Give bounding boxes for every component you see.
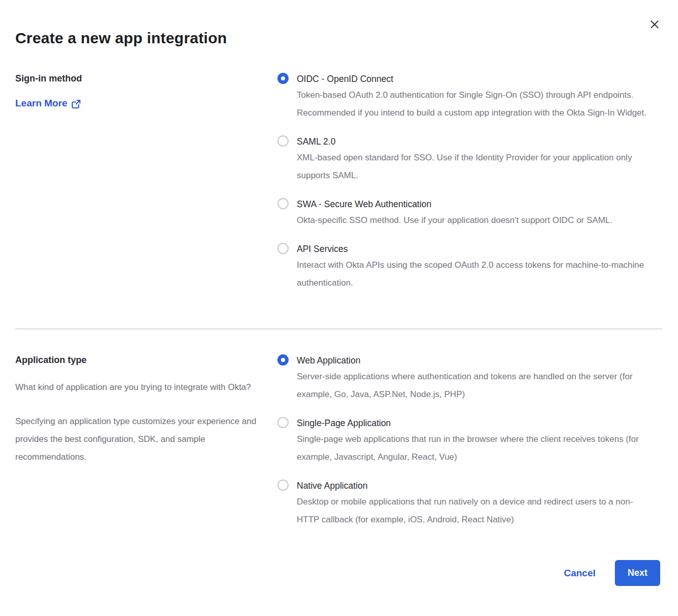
page-title: Create a new app integration bbox=[15, 30, 663, 47]
radio-option[interactable]: SWA - Secure Web Authentication Okta-spe… bbox=[277, 198, 654, 229]
radio-option-description: XML-based open standard for SSO. Use if … bbox=[297, 149, 654, 184]
next-button[interactable]: Next bbox=[615, 560, 660, 586]
radio-option-label: API Services bbox=[297, 242, 654, 256]
radio-option[interactable]: OIDC - OpenID Connect Token-based OAuth … bbox=[277, 72, 654, 122]
dialog-footer: Cancel Next bbox=[15, 560, 663, 586]
cancel-button[interactable]: Cancel bbox=[564, 568, 596, 579]
radio-option-description: Desktop or mobile applications that run … bbox=[297, 493, 654, 528]
create-app-integration-dialog: Create a new app integration Sign-in met… bbox=[0, 0, 678, 616]
radio-option[interactable]: Web Application Server-side applications… bbox=[277, 354, 654, 403]
radio-option-label: Native Application bbox=[297, 479, 654, 492]
close-icon[interactable] bbox=[647, 17, 662, 32]
radio-button[interactable] bbox=[277, 73, 289, 84]
radio-button[interactable] bbox=[277, 135, 289, 147]
radio-option-description: Okta-specific SSO method. Use if your ap… bbox=[297, 211, 654, 229]
application-type-options: Web Application Server-side applications… bbox=[277, 354, 654, 528]
radio-option[interactable]: API Services Interact with Okta APIs usi… bbox=[277, 242, 654, 292]
external-link-icon bbox=[71, 98, 81, 109]
application-type-help-text: Specifying an application type customize… bbox=[15, 412, 257, 466]
radio-button[interactable] bbox=[277, 480, 289, 491]
signin-method-section: Sign-in method Learn More OIDC - OpenID … bbox=[15, 72, 663, 292]
signin-method-label: Sign-in method bbox=[15, 72, 257, 85]
radio-option-description: Interact with Okta APIs using the scoped… bbox=[297, 256, 654, 292]
radio-button[interactable] bbox=[277, 243, 289, 254]
learn-more-link[interactable]: Learn More bbox=[15, 98, 81, 109]
radio-option[interactable]: Native Application Desktop or mobile app… bbox=[277, 479, 654, 528]
radio-option-label: SWA - Secure Web Authentication bbox=[297, 198, 654, 211]
radio-button[interactable] bbox=[277, 354, 289, 366]
radio-option[interactable]: SAML 2.0 XML-based open standard for SSO… bbox=[277, 135, 654, 184]
radio-option-label: OIDC - OpenID Connect bbox=[297, 72, 654, 86]
radio-option-description: Single-page web applications that run in… bbox=[297, 430, 654, 466]
application-type-label: Application type bbox=[15, 354, 257, 366]
radio-button[interactable] bbox=[277, 417, 289, 428]
radio-option[interactable]: Single-Page Application Single-page web … bbox=[277, 416, 654, 466]
radio-option-description: Token-based OAuth 2.0 authentication for… bbox=[297, 86, 654, 122]
radio-option-label: Single-Page Application bbox=[297, 416, 654, 430]
radio-option-description: Server-side applications where authentic… bbox=[297, 368, 654, 403]
radio-option-label: Web Application bbox=[297, 354, 654, 367]
application-type-section: Application type What kind of applicatio… bbox=[15, 354, 663, 528]
radio-button[interactable] bbox=[277, 198, 289, 209]
learn-more-label: Learn More bbox=[15, 98, 67, 109]
section-divider bbox=[15, 328, 663, 329]
signin-method-options: OIDC - OpenID Connect Token-based OAuth … bbox=[277, 72, 654, 292]
radio-option-label: SAML 2.0 bbox=[297, 135, 654, 148]
application-type-question: What kind of application are you trying … bbox=[15, 378, 257, 396]
